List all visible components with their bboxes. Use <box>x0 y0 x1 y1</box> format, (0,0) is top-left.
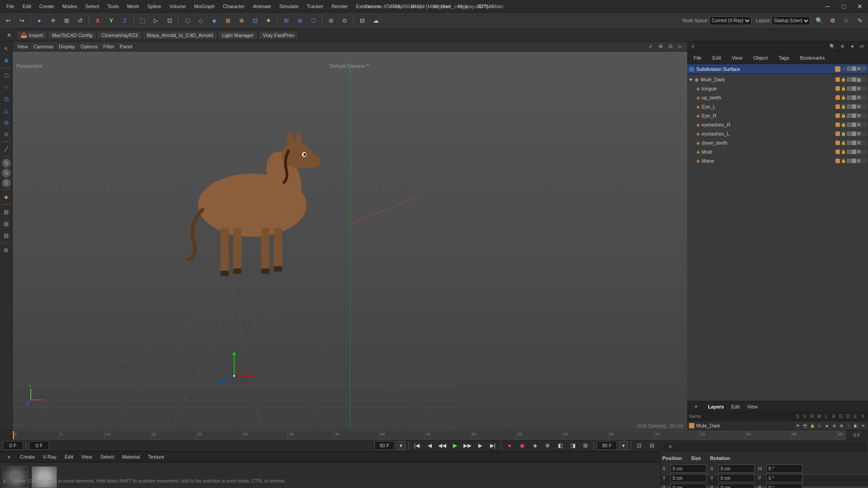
subdiv-tag-4[interactable] <box>862 66 866 71</box>
coord-panel-menu-icon[interactable]: ≡ <box>664 441 677 453</box>
menu-volume[interactable]: Volume <box>166 3 190 10</box>
menu-mograph[interactable]: MoGraph <box>190 3 218 10</box>
layer-icon-1[interactable]: ◈ <box>824 422 830 429</box>
snap-btn[interactable]: ⊘ <box>325 14 337 27</box>
viewport-filter-menu[interactable]: Filter <box>101 44 116 49</box>
minimize-button[interactable]: ─ <box>819 0 835 13</box>
tree-node-eyelashes-l[interactable]: ◈ eyelashes_L 🔒 ⊞ <box>687 129 868 138</box>
layer-icon-4[interactable]: ⋮ <box>845 422 852 429</box>
mat-menu-texture[interactable]: Texture <box>144 453 168 460</box>
cube-btn[interactable]: ⬡ <box>181 14 193 27</box>
key-all-button[interactable]: ⊕ <box>542 440 553 451</box>
fps-display[interactable]: ▼ <box>396 441 406 450</box>
fps-dropdown2[interactable]: ▼ <box>619 441 628 450</box>
tree-lock-icon[interactable]: 🔒 <box>841 77 846 82</box>
menu-tools[interactable]: Tools <box>104 3 123 10</box>
sidebar-line[interactable]: ╱ <box>1 144 12 155</box>
obj-tab-bookmarks[interactable]: Bookmarks <box>796 54 828 61</box>
obj-mgr-search-icon[interactable]: 🔍 <box>828 42 836 51</box>
close-button[interactable]: ✕ <box>852 0 868 13</box>
layers-menu-icon[interactable]: ≡ <box>690 400 703 413</box>
render-view-btn[interactable]: ▷ <box>150 14 162 27</box>
max-to-c4d-button[interactable]: MaxToC4D Config <box>48 32 96 39</box>
tree-node-upteeth[interactable]: ◈ up_teeth 🔒 ⊞ <box>687 93 868 102</box>
motion-button[interactable]: ◧ <box>555 440 566 451</box>
obj-mgr-bookmark-icon[interactable]: ★ <box>848 42 856 51</box>
layer-icon-2[interactable]: ⊕ <box>831 422 837 429</box>
subdivision-surface-row[interactable]: ⊞ Subdivision Surface ✓ ⊞ <box>687 64 868 74</box>
tree-tag-4[interactable] <box>862 77 866 82</box>
tree-node-mule-dark[interactable]: ◉ Mule_Dark 🔒 ⊞ <box>687 75 868 84</box>
render-region-btn[interactable]: ⬚ <box>136 14 149 27</box>
motion-clip-button[interactable]: ◨ <box>567 440 578 451</box>
light-manager-button[interactable]: Light Manager <box>218 32 257 39</box>
tree-node-eyelashes-r[interactable]: ◈ eyelashes_R 🔒 ⊞ <box>687 120 868 129</box>
layout-select[interactable]: Startup (User) <box>772 16 810 25</box>
menu-mesh[interactable]: Mesh <box>123 3 143 10</box>
layers-menu-view[interactable]: View <box>745 404 760 409</box>
layers-menu-edit[interactable]: Edit <box>729 404 741 409</box>
key-button[interactable]: ◈ <box>529 440 540 451</box>
maximize-button[interactable]: □ <box>835 0 852 13</box>
mat-menu-edit[interactable]: Edit <box>61 453 77 460</box>
menu-tracker[interactable]: Tracker <box>303 3 327 10</box>
layer-icon-eye[interactable]: 👁 <box>795 422 801 429</box>
sidebar-layers-2[interactable]: ▤ <box>1 218 12 229</box>
timeline-playhead[interactable] <box>13 431 14 439</box>
obj-tab-tags[interactable]: Tags <box>775 54 793 61</box>
menu-edit[interactable]: Edit <box>19 3 35 10</box>
plugin-bar-menu[interactable]: ≡ <box>3 29 15 42</box>
mograph-btn[interactable]: ⊞ <box>280 14 292 27</box>
obj-mgr-tag-icon[interactable]: 🏷 <box>858 42 866 51</box>
floor-btn[interactable]: ⊟ <box>356 14 368 27</box>
menu-create[interactable]: Create <box>36 3 58 10</box>
menu-render[interactable]: Render <box>328 3 351 10</box>
sidebar-material-tag[interactable]: ◈ <box>1 192 12 202</box>
scale-button[interactable]: ⊞ <box>60 14 73 27</box>
live-select-button[interactable]: ● <box>33 14 46 27</box>
sidebar-settings[interactable]: ⚙ <box>1 245 12 256</box>
viewport-options-menu[interactable]: Options <box>79 44 99 49</box>
rotation-p-input[interactable] <box>766 474 802 482</box>
play-forward-button[interactable]: ▶▶ <box>462 440 473 451</box>
sidebar-sphere[interactable]: ○ <box>1 82 12 93</box>
sidebar-cone[interactable]: △ <box>1 105 12 116</box>
tree-node-mule[interactable]: ◈ Mule 🔒 ⊞ <box>687 147 868 156</box>
sidebar-layers-3[interactable]: ▤ <box>1 230 12 241</box>
render-project-btn[interactable]: ⊡ <box>163 14 176 27</box>
position-z-input[interactable] <box>670 483 707 488</box>
end-frame-input[interactable] <box>374 441 395 450</box>
effector-btn[interactable]: ⊕ <box>235 14 248 27</box>
menu-file[interactable]: File <box>3 3 18 10</box>
toolbar-icon-4[interactable]: ✎ <box>854 14 866 27</box>
sidebar-s1[interactable]: S <box>2 159 11 168</box>
mat-menu-material[interactable]: Material <box>118 453 143 460</box>
menu-spline[interactable]: Spline <box>144 3 165 10</box>
toolbar-icon-1[interactable]: 🔍 <box>813 14 826 27</box>
ik-button[interactable]: ⊞ <box>580 440 591 451</box>
obj-mgr-menu-icon[interactable]: ≡ <box>689 42 697 51</box>
sidebar-cube[interactable]: ⬡ <box>1 70 12 81</box>
mat-menu-view[interactable]: View <box>78 453 96 460</box>
vray-fastprev-button[interactable]: Vray FastPrev <box>259 32 297 39</box>
mat-menu-icon[interactable]: ≡ <box>3 450 15 463</box>
tree-color-dot[interactable] <box>835 77 840 82</box>
go-start-button[interactable]: |◀ <box>411 440 422 451</box>
subdiv-tag-1[interactable] <box>847 66 851 71</box>
viewport-settings-btn[interactable]: ⚙ <box>656 42 665 51</box>
timeline-track[interactable]: 0 5 10 15 20 25 30 35 40 45 50 55 60 65 … <box>13 431 845 440</box>
deformer-btn[interactable]: ⊞ <box>222 14 234 27</box>
sidebar-disc[interactable]: ⊙ <box>1 129 12 140</box>
layer-icon-6[interactable]: ✕ <box>860 422 866 429</box>
x-axis-btn[interactable]: X <box>91 14 104 27</box>
rotation-h-input[interactable] <box>766 465 802 473</box>
tree-lock-tongue[interactable]: 🔒 <box>841 86 846 91</box>
node-space-select[interactable]: Current (V-Ray) <box>709 16 751 25</box>
viewport[interactable]: View Cameras Display Options Filter Pane… <box>13 42 687 430</box>
toolbar-icon-3[interactable]: ☆ <box>840 14 853 27</box>
obj-tab-view[interactable]: View <box>728 54 746 61</box>
current-frame-input[interactable] <box>3 441 23 450</box>
viewport-panel-menu[interactable]: Panel <box>118 44 134 49</box>
toolbar-icon-2[interactable]: ⚙ <box>826 14 839 27</box>
nurbs-btn[interactable]: ◈ <box>208 14 221 27</box>
